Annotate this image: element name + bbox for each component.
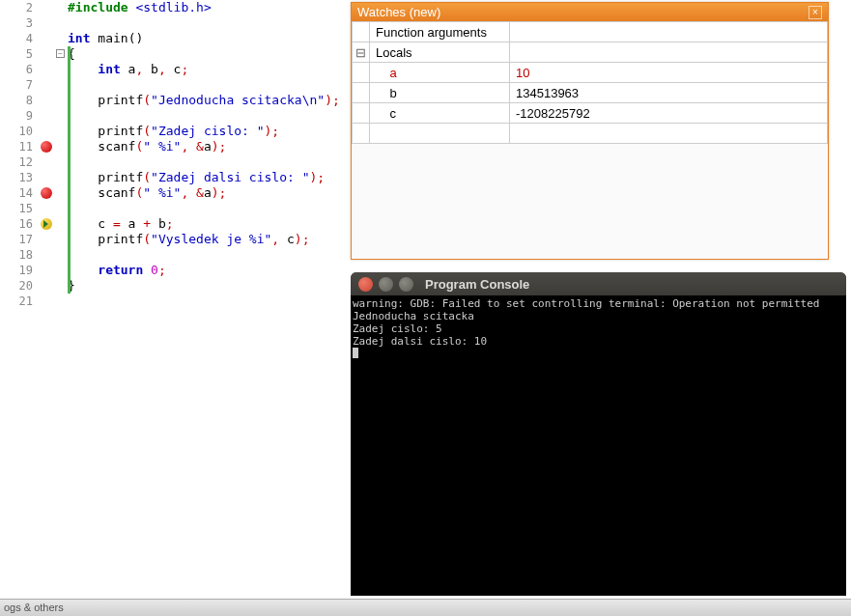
watch-value	[510, 124, 828, 144]
expand-icon	[353, 103, 370, 124]
watch-value: 134513963	[510, 83, 828, 103]
watches-title-text: Watches (new)	[357, 5, 440, 19]
change-bar	[68, 46, 71, 294]
line-number: 6	[0, 62, 33, 77]
line-number: 19	[0, 263, 33, 278]
line-number: 2	[0, 0, 33, 15]
console-title-text: Program Console	[425, 277, 529, 292]
line-number: 4	[0, 31, 33, 46]
watch-value	[510, 42, 828, 63]
line-number: 18	[0, 247, 33, 263]
console-titlebar[interactable]: Program Console	[351, 272, 846, 295]
close-icon[interactable]: ×	[808, 6, 822, 19]
window-close-icon[interactable]	[358, 277, 373, 292]
watches-titlebar[interactable]: Watches (new) ×	[352, 3, 828, 21]
watch-name: b	[370, 83, 510, 103]
expand-icon	[353, 22, 370, 42]
watches-row[interactable]	[353, 124, 828, 144]
line-number: 10	[0, 124, 33, 139]
watch-value: -1208225792	[510, 103, 828, 124]
line-number: 13	[0, 170, 33, 185]
line-number: 17	[0, 232, 33, 247]
breakpoint-icon[interactable]	[41, 187, 52, 199]
line-number: 8	[0, 93, 33, 108]
bottom-tab-label: ogs & others	[4, 602, 64, 613]
watches-table[interactable]: Function arguments⊟Locals a10 b134513963…	[352, 21, 828, 144]
expand-icon[interactable]: ⊟	[353, 42, 370, 63]
watches-row[interactable]: b134513963	[353, 83, 828, 103]
watch-value: 10	[510, 63, 828, 83]
watch-name: a	[370, 63, 510, 83]
terminal-cursor	[353, 348, 358, 358]
watches-row[interactable]: Function arguments	[353, 22, 828, 42]
line-number: 7	[0, 77, 33, 93]
line-number: 14	[0, 185, 33, 201]
expand-icon	[353, 63, 370, 83]
watch-name	[370, 124, 510, 144]
line-number: 5	[0, 46, 33, 62]
line-number: 20	[0, 278, 33, 294]
watches-panel[interactable]: Watches (new) × Function arguments⊟Local…	[351, 2, 829, 260]
fold-toggle-icon[interactable]: −	[56, 49, 65, 58]
line-number: 9	[0, 108, 33, 124]
program-console-window[interactable]: Program Console warning: GDB: Failed to …	[351, 272, 846, 596]
watch-name: Function arguments	[370, 22, 510, 42]
line-number: 11	[0, 139, 33, 154]
expand-icon	[353, 83, 370, 103]
watches-row[interactable]: c-1208225792	[353, 103, 828, 124]
fold-margin[interactable]: −	[56, 0, 68, 599]
breakpoint-icon[interactable]	[41, 141, 52, 153]
expand-icon	[353, 124, 370, 144]
current-line-icon	[41, 218, 52, 230]
breakpoint-margin[interactable]	[39, 0, 56, 599]
line-number: 16	[0, 216, 33, 232]
window-maximize-icon[interactable]	[399, 277, 413, 292]
watch-name: c	[370, 103, 510, 124]
watches-row[interactable]: ⊟Locals	[353, 42, 828, 63]
line-number: 21	[0, 294, 33, 309]
bottom-tab-logs[interactable]: ogs & others	[0, 599, 851, 616]
watches-row[interactable]: a10	[353, 63, 828, 83]
line-number: 15	[0, 201, 33, 216]
line-number-gutter: 23456789101112131415161718192021	[0, 0, 39, 599]
line-number: 3	[0, 15, 33, 31]
watch-value	[510, 22, 828, 42]
window-minimize-icon[interactable]	[379, 277, 393, 292]
watch-name: Locals	[370, 42, 510, 63]
line-number: 12	[0, 154, 33, 170]
console-output[interactable]: warning: GDB: Failed to set controlling …	[351, 295, 846, 596]
